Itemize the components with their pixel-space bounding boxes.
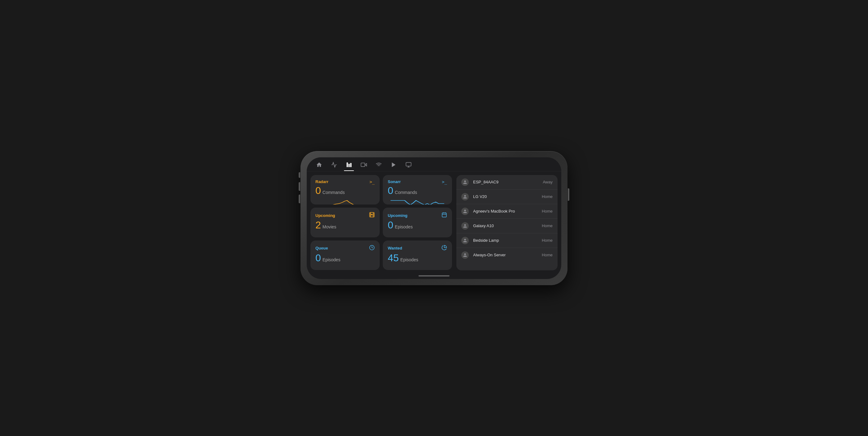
- radarr-value-row: 0 Commands: [315, 186, 375, 195]
- phone-frame: Radarr >_ 0 Commands: [301, 151, 567, 285]
- queue-header: Queue: [315, 245, 375, 252]
- sonarr-number: 0: [388, 186, 393, 195]
- radarr-upcoming-card[interactable]: Upcoming: [310, 208, 380, 238]
- volume-up-button: [299, 182, 300, 191]
- svg-rect-2: [350, 163, 351, 167]
- device-name-5: Always-On Server: [473, 253, 542, 257]
- device-item-4[interactable]: Bedside Lamp Home: [456, 233, 558, 248]
- scroll-indicator: [418, 275, 450, 277]
- sonarr-upcoming-label: Episodes: [395, 224, 413, 229]
- nav-item-home[interactable]: [316, 162, 322, 171]
- wanted-label: Episodes: [400, 257, 418, 262]
- svg-marker-5: [392, 162, 396, 167]
- nav-item-remote[interactable]: [376, 162, 382, 171]
- radarr-title: Radarr: [315, 179, 329, 184]
- device-status-2: Home: [542, 209, 553, 214]
- sonarr-card-header: Sonarr >_: [388, 179, 447, 184]
- radarr-upcoming-header: Upcoming: [315, 212, 375, 219]
- phone-screen: Radarr >_ 0 Commands: [307, 157, 561, 279]
- calendar-icon: [441, 212, 447, 219]
- queue-card[interactable]: Queue 0 Episodes: [310, 241, 380, 270]
- app-screen: Radarr >_ 0 Commands: [307, 157, 561, 279]
- device-status-1: Home: [542, 194, 553, 199]
- wanted-card[interactable]: Wanted 45 Episodes: [383, 241, 452, 270]
- device-item-3[interactable]: Galaxy A10 Home: [456, 219, 558, 233]
- device-status-0: Away: [542, 180, 553, 184]
- wanted-title: Wanted: [388, 246, 402, 250]
- sonarr-upcoming-card[interactable]: Upcoming 0: [383, 208, 452, 238]
- nav-item-play[interactable]: [391, 162, 397, 171]
- device-name-3: Galaxy A10: [473, 223, 542, 228]
- radarr-card-header: Radarr >_: [315, 179, 375, 184]
- device-avatar-1: [461, 193, 469, 200]
- device-item-1[interactable]: LG V20 Home: [456, 190, 558, 204]
- volume-down-button: [299, 194, 300, 203]
- device-item-5[interactable]: Always-On Server Home: [456, 248, 558, 262]
- sonarr-label: Commands: [395, 190, 417, 195]
- radarr-label: Commands: [322, 190, 345, 195]
- sonarr-card[interactable]: Sonarr >_ 0 Commands: [383, 175, 452, 205]
- film-icon: [369, 212, 375, 219]
- device-name-0: ESP_84AAC9: [473, 180, 542, 184]
- sonarr-sparkline: [388, 198, 447, 205]
- svg-rect-18: [442, 213, 446, 217]
- queue-label: Episodes: [322, 257, 341, 262]
- device-name-4: Bedside Lamp: [473, 238, 542, 243]
- sonarr-upcoming-number: 0: [388, 220, 393, 230]
- wanted-value-row: 45 Episodes: [388, 253, 447, 263]
- nav-item-monitor[interactable]: [405, 162, 412, 171]
- nav-item-stats[interactable]: [331, 162, 337, 171]
- sonarr-upcoming-value-row: 0 Episodes: [388, 220, 447, 230]
- device-status-5: Home: [542, 253, 553, 257]
- radarr-upcoming-number: 2: [315, 220, 321, 230]
- top-nav: [307, 157, 561, 171]
- radarr-upcoming-label: Movies: [322, 224, 336, 229]
- queue-value-row: 0 Episodes: [315, 253, 375, 263]
- device-avatar-2: [461, 208, 469, 215]
- radarr-upcoming-value-row: 2 Movies: [315, 220, 375, 230]
- clock-icon: [369, 245, 375, 252]
- radarr-card[interactable]: Radarr >_ 0 Commands: [310, 175, 380, 205]
- svg-rect-0: [347, 162, 348, 167]
- device-avatar-0: [461, 179, 469, 186]
- device-avatar-5: [461, 251, 469, 259]
- radarr-number: 0: [315, 186, 321, 195]
- nav-item-grid[interactable]: [346, 162, 352, 171]
- silent-button: [299, 172, 300, 178]
- device-item-0[interactable]: ESP_84AAC9 Away: [456, 175, 558, 190]
- power-button: [568, 188, 569, 201]
- device-name-2: Agneev's MacBook Pro: [473, 209, 542, 214]
- device-status-4: Home: [542, 238, 553, 243]
- wanted-number: 45: [388, 253, 399, 263]
- main-content: Radarr >_ 0 Commands: [307, 171, 561, 274]
- sonarr-upcoming-title: Upcoming: [388, 213, 408, 218]
- radarr-upcoming-title: Upcoming: [315, 213, 335, 218]
- device-avatar-4: [461, 237, 469, 244]
- device-name-1: LG V20: [473, 194, 542, 199]
- device-list: ESP_84AAC9 Away LG V20 Home: [456, 175, 558, 270]
- queue-title: Queue: [315, 246, 328, 250]
- radarr-terminal-icon: >_: [369, 179, 375, 184]
- svg-rect-1: [348, 163, 349, 167]
- device-item-2[interactable]: Agneev's MacBook Pro Home: [456, 204, 558, 219]
- device-status-3: Home: [542, 223, 553, 228]
- nav-item-camera[interactable]: [361, 162, 367, 171]
- pie-icon: [441, 245, 447, 252]
- cards-grid: Radarr >_ 0 Commands: [307, 171, 456, 274]
- sonarr-value-row: 0 Commands: [388, 186, 447, 195]
- wanted-header: Wanted: [388, 245, 447, 252]
- svg-rect-3: [361, 163, 365, 167]
- svg-rect-6: [406, 162, 411, 166]
- sonarr-upcoming-header: Upcoming: [388, 212, 447, 219]
- queue-number: 0: [315, 253, 321, 263]
- radarr-sparkline: [315, 198, 375, 205]
- sonarr-terminal-icon: >_: [442, 179, 447, 184]
- device-avatar-3: [461, 222, 469, 230]
- sonarr-title: Sonarr: [388, 179, 401, 184]
